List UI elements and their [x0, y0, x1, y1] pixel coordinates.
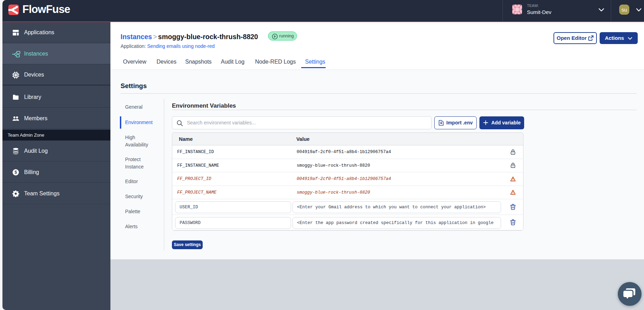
- svg-text:$: $: [14, 170, 17, 175]
